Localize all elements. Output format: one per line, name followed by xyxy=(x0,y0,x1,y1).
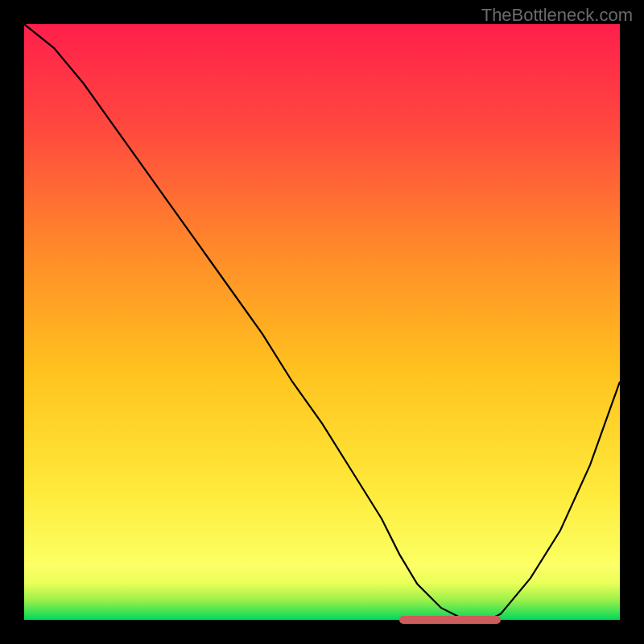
flat-region-marker xyxy=(399,616,501,624)
watermark-label: TheBottleneck.com xyxy=(481,5,633,26)
bottom-gradient-band xyxy=(24,564,620,620)
chart-plot-area xyxy=(24,24,620,620)
svg-rect-1 xyxy=(24,564,620,620)
gradient-background xyxy=(24,24,620,620)
svg-rect-0 xyxy=(24,24,620,620)
